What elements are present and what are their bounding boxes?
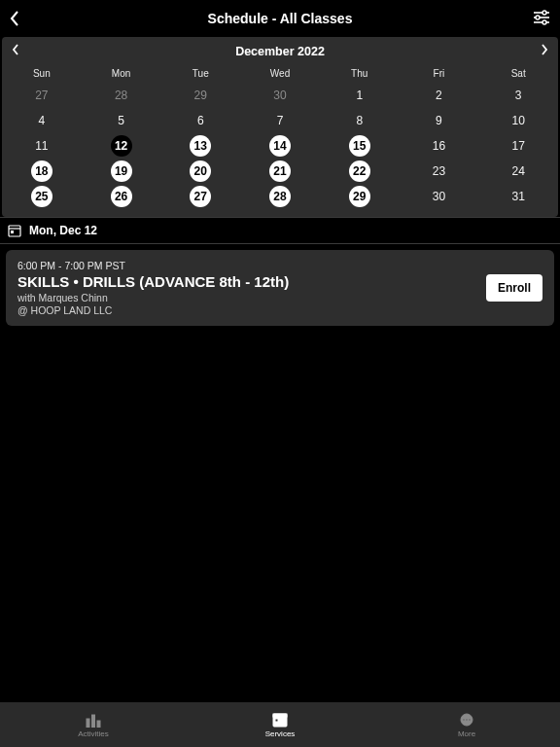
day-cell[interactable]: 15 [320, 135, 400, 157]
tab-activities[interactable]: Activities [0, 702, 187, 747]
selected-date-header: Mon, Dec 12 [0, 217, 560, 244]
day-cell[interactable]: 10 [478, 110, 558, 131]
day-cell[interactable]: 21 [240, 160, 320, 182]
dow-cell: Mon [82, 62, 161, 83]
calendar: December 2022 SunMonTueWedThuFriSat 2728… [2, 37, 558, 217]
day-cell[interactable]: 29 [320, 186, 400, 207]
day-number: 18 [31, 160, 52, 182]
svg-point-3 [536, 16, 540, 19]
day-cell[interactable]: 26 [82, 186, 161, 207]
day-cell[interactable]: 20 [160, 160, 240, 182]
day-number: 28 [269, 186, 291, 207]
day-cell[interactable]: 27 [2, 85, 82, 106]
day-number: 3 [508, 85, 529, 106]
day-cell[interactable]: 24 [478, 160, 558, 182]
day-cell[interactable]: 23 [400, 160, 479, 182]
day-number: 21 [269, 160, 291, 182]
class-instructor: with Marques Chinn [18, 292, 542, 303]
tab-bar: Activities Services More [0, 702, 560, 747]
day-number: 8 [349, 110, 370, 131]
day-cell[interactable]: 28 [82, 85, 161, 106]
day-cell[interactable]: 8 [320, 110, 400, 131]
svg-point-17 [466, 719, 468, 721]
week-row: 27282930123 [2, 83, 558, 108]
day-cell[interactable]: 30 [400, 186, 479, 207]
month-row: December 2022 [2, 37, 558, 62]
day-number: 19 [111, 160, 132, 182]
day-number: 30 [428, 186, 449, 207]
day-cell[interactable]: 28 [240, 186, 320, 207]
week-row: 18192021222324 [2, 159, 558, 184]
day-cell[interactable]: 4 [2, 110, 82, 131]
day-number: 1 [349, 85, 370, 106]
svg-rect-14 [275, 719, 278, 722]
day-cell[interactable]: 29 [160, 85, 240, 106]
tab-services[interactable]: Services [187, 702, 373, 747]
day-number: 27 [31, 85, 52, 106]
day-cell[interactable]: 27 [160, 186, 240, 207]
day-cell[interactable]: 16 [400, 135, 479, 157]
tab-label: More [458, 729, 475, 738]
svg-point-5 [542, 20, 546, 24]
more-icon [457, 712, 476, 728]
day-cell[interactable]: 2 [400, 85, 479, 106]
day-number: 27 [190, 186, 211, 207]
day-cell[interactable]: 9 [400, 110, 479, 131]
class-time: 6:00 PM - 7:00 PM PST [18, 260, 542, 271]
dow-cell: Wed [240, 62, 320, 83]
day-number: 5 [111, 110, 132, 131]
day-number: 20 [190, 160, 211, 182]
day-cell[interactable]: 12 [82, 135, 161, 157]
filter-button[interactable] [533, 10, 550, 29]
day-cell[interactable]: 30 [240, 85, 320, 106]
day-number: 13 [190, 135, 211, 157]
svg-rect-9 [87, 719, 89, 728]
day-cell[interactable]: 7 [240, 110, 320, 131]
day-number: 9 [428, 110, 449, 131]
calendar-weeks: 2728293012345678910111213141516171819202… [2, 83, 558, 209]
day-cell[interactable]: 5 [82, 110, 161, 131]
day-cell[interactable]: 1 [320, 85, 400, 106]
day-of-week-row: SunMonTueWedThuFriSat [2, 62, 558, 83]
day-number: 31 [508, 186, 529, 207]
back-button[interactable] [10, 10, 19, 31]
day-cell[interactable]: 3 [478, 85, 558, 106]
chevron-left-icon [10, 10, 19, 27]
day-number: 29 [190, 85, 211, 106]
day-cell[interactable]: 11 [2, 135, 82, 157]
svg-point-18 [469, 719, 471, 721]
bars-icon [84, 712, 103, 728]
day-number: 26 [111, 186, 132, 207]
day-number: 7 [269, 110, 291, 131]
day-number: 29 [349, 186, 370, 207]
sliders-icon [533, 10, 550, 25]
day-cell[interactable]: 6 [160, 110, 240, 131]
day-number: 28 [111, 85, 132, 106]
enroll-button[interactable]: Enroll [486, 274, 542, 302]
day-number: 2 [428, 85, 449, 106]
day-cell[interactable]: 22 [320, 160, 400, 182]
svg-rect-8 [11, 231, 14, 233]
day-cell[interactable]: 19 [82, 160, 161, 182]
day-cell[interactable]: 13 [160, 135, 240, 157]
day-cell[interactable]: 17 [478, 135, 558, 157]
svg-point-1 [542, 11, 546, 15]
chevron-left-icon [12, 43, 19, 56]
day-cell[interactable]: 14 [240, 135, 320, 157]
calendar-icon [8, 224, 21, 237]
selected-date-label: Mon, Dec 12 [29, 224, 97, 237]
tab-label: Services [265, 729, 296, 738]
dow-cell: Sat [478, 62, 558, 83]
day-cell[interactable]: 31 [478, 186, 558, 207]
day-number: 10 [508, 110, 529, 131]
day-cell[interactable]: 25 [2, 186, 82, 207]
day-cell[interactable]: 18 [2, 160, 82, 182]
dow-cell: Sun [2, 62, 82, 83]
tab-more[interactable]: More [373, 702, 560, 747]
class-card[interactable]: 6:00 PM - 7:00 PM PST SKILLS • DRILLS (A… [6, 250, 554, 326]
next-month-button[interactable] [541, 43, 548, 60]
day-number: 16 [428, 135, 449, 157]
day-number: 15 [349, 135, 370, 157]
prev-month-button[interactable] [12, 43, 19, 60]
month-label: December 2022 [19, 45, 541, 58]
